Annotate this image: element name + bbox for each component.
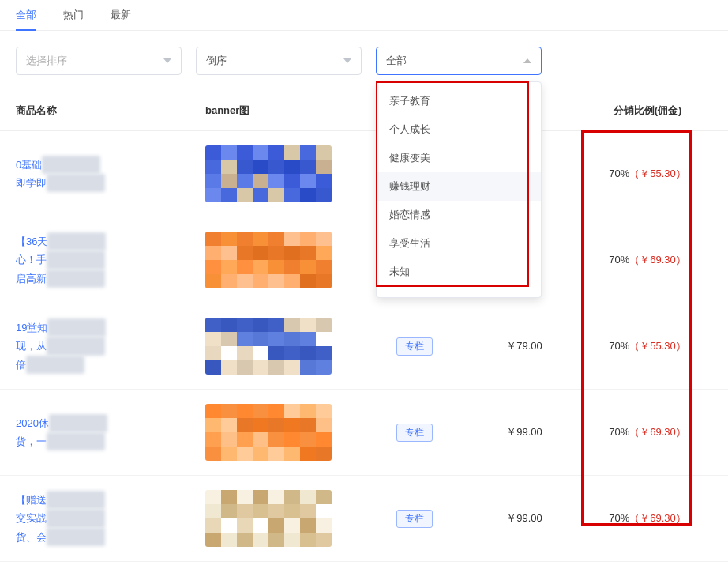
- col-rate: 分销比例(佣金): [583, 104, 712, 118]
- commission-cell: 70%（￥69.30）: [583, 425, 712, 439]
- banner-thumbnail: [205, 318, 332, 375]
- tab-new[interactable]: 最新: [111, 8, 131, 30]
- dropdown-item[interactable]: 育儿: [377, 286, 541, 292]
- type-tag: 专栏: [396, 337, 433, 356]
- category-value: 全部: [386, 54, 407, 68]
- product-table: 商品名称 banner图 类型 分销比例(佣金) 0基础████████即学即█…: [0, 91, 728, 569]
- table-row: 【36天████████心！手████████启高新████████专栏70%（…: [0, 217, 728, 303]
- col-name: 商品名称: [16, 104, 205, 118]
- chevron-down-icon: [163, 58, 171, 63]
- tab-all[interactable]: 全部: [16, 8, 36, 30]
- banner-thumbnail: [205, 490, 332, 547]
- commission-cell: 70%（￥55.30）: [583, 339, 712, 353]
- dropdown-item[interactable]: 未知: [377, 258, 541, 286]
- product-name-link[interactable]: 【赠送████████交实战████████货、会████████: [16, 491, 197, 546]
- tab-hot[interactable]: 热门: [63, 8, 84, 30]
- filters-row: 选择排序 倒序 全部 亲子教育个人成长健康变美赚钱理财婚恋情感享受生活未知育儿: [0, 31, 728, 91]
- banner-thumbnail: [205, 404, 332, 461]
- table-row: 2020休████████货，一████████专栏￥99.0070%（￥69.…: [0, 390, 728, 476]
- dropdown-item[interactable]: 个人成长: [377, 115, 541, 144]
- chevron-up-icon: [523, 58, 531, 63]
- type-tag: 专栏: [396, 424, 433, 442]
- table-row: 0基础████████即学即████████专栏70%（￥55.30）: [0, 131, 728, 217]
- commission-cell: 70%（￥69.30）: [583, 253, 712, 267]
- dropdown-item[interactable]: 婚恋情感: [377, 201, 541, 229]
- product-name-link[interactable]: 【36天████████心！手████████启高新████████: [16, 232, 197, 288]
- order-value: 倒序: [206, 54, 227, 68]
- dropdown-item[interactable]: 健康变美: [377, 144, 541, 172]
- banner-thumbnail: [205, 232, 332, 288]
- category-dropdown: 亲子教育个人成长健康变美赚钱理财婚恋情感享受生活未知育儿: [376, 81, 542, 298]
- tabs-bar: 全部 热门 最新: [0, 0, 728, 31]
- col-banner: banner图: [205, 104, 363, 118]
- table-row: 零基础████████: [0, 562, 728, 569]
- price-cell: ￥79.00: [466, 339, 583, 353]
- dropdown-item[interactable]: 亲子教育: [377, 87, 541, 115]
- price-cell: ￥99.00: [466, 511, 583, 526]
- table-row: 【赠送████████交实战████████货、会████████专栏￥99.0…: [0, 476, 728, 562]
- table-row: 19堂知████████现，从████████倍████████专栏￥79.00…: [0, 303, 728, 390]
- product-name-link[interactable]: 19堂知████████现，从████████倍████████: [16, 318, 197, 374]
- product-name-link[interactable]: 0基础████████即学即████████: [16, 156, 197, 193]
- category-select[interactable]: 全部: [376, 47, 542, 75]
- banner-thumbnail: [205, 145, 332, 202]
- sort-select[interactable]: 选择排序: [16, 47, 182, 75]
- dropdown-item[interactable]: 享受生活: [377, 229, 541, 258]
- price-cell: ￥99.00: [466, 425, 583, 439]
- commission-cell: 70%（￥55.30）: [583, 167, 712, 181]
- chevron-down-icon: [343, 58, 351, 63]
- table-header: 商品名称 banner图 类型 分销比例(佣金): [0, 91, 728, 131]
- sort-placeholder: 选择排序: [26, 54, 67, 68]
- commission-cell: 70%（￥69.30）: [583, 511, 712, 526]
- dropdown-item[interactable]: 赚钱理财: [377, 172, 541, 201]
- product-name-link[interactable]: 2020休████████货，一████████: [16, 414, 197, 451]
- order-select[interactable]: 倒序: [196, 47, 362, 75]
- type-tag: 专栏: [396, 510, 433, 528]
